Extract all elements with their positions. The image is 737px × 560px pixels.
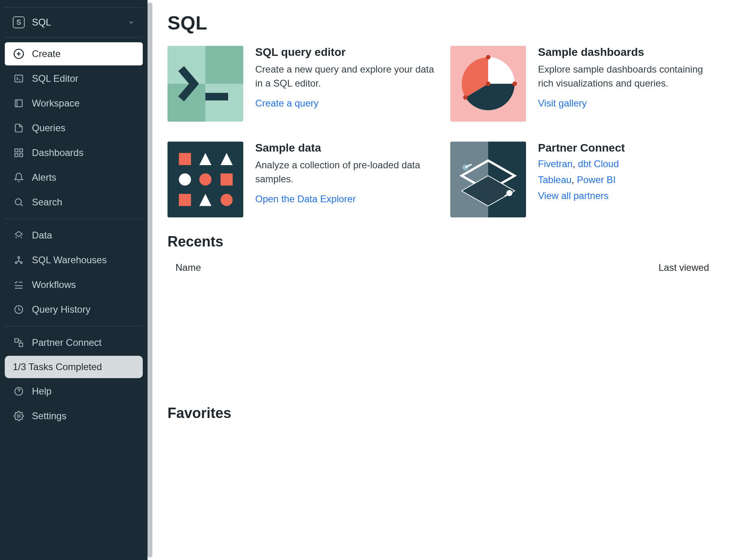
- svg-point-41: [512, 81, 517, 86]
- sidebar-item-label: Settings: [32, 410, 67, 422]
- tasks-progress-pill[interactable]: 1/3 Tasks Completed: [5, 356, 143, 378]
- create-button[interactable]: Create: [5, 42, 143, 65]
- card-title: SQL query editor: [255, 46, 434, 59]
- persona-label: SQL: [32, 17, 51, 28]
- sidebar-item-label: SQL Editor: [32, 73, 79, 84]
- svg-point-16: [15, 262, 17, 263]
- sidebar-item-dashboards[interactable]: Dashboards: [5, 141, 143, 164]
- create-query-link[interactable]: Create a query: [255, 98, 319, 108]
- svg-point-32: [18, 415, 20, 418]
- svg-point-53: [221, 194, 233, 206]
- dashboards-thumb-icon: [450, 46, 526, 122]
- svg-rect-45: [179, 153, 191, 165]
- partner-link-tableau[interactable]: Tableau: [538, 174, 571, 185]
- sidebar-item-workspace[interactable]: Workspace: [5, 92, 143, 115]
- scrollbar[interactable]: [148, 2, 152, 558]
- partner-connect-thumb-icon: [450, 142, 526, 217]
- partner-link-power-bi[interactable]: Power BI: [577, 174, 615, 185]
- sidebar-item-label: Data: [32, 230, 52, 241]
- card-sample-dashboards: Sample dashboards Explore sample dashboa…: [450, 46, 717, 122]
- data-icon: [13, 229, 25, 241]
- svg-rect-5: [15, 100, 22, 106]
- svg-point-17: [20, 262, 22, 263]
- sidebar-item-data[interactable]: Data: [5, 224, 143, 247]
- sidebar-item-queries[interactable]: Queries: [5, 116, 143, 140]
- sidebar-item-sql-editor[interactable]: SQL Editor: [5, 67, 143, 90]
- svg-rect-7: [15, 149, 18, 152]
- sample-data-thumb-icon: [168, 142, 243, 217]
- sidebar-item-query-history[interactable]: Query History: [5, 298, 143, 321]
- main-area: SQL SQL query editor Create a new query …: [148, 0, 737, 560]
- svg-rect-9: [15, 154, 18, 157]
- svg-line-21: [19, 261, 20, 262]
- svg-point-11: [15, 199, 21, 205]
- partner-link-fivetran[interactable]: Fivetran: [538, 158, 573, 169]
- sidebar-item-alerts[interactable]: Alerts: [5, 166, 143, 189]
- view-all-partners-link[interactable]: View all partners: [538, 190, 609, 201]
- sidebar-item-label: SQL Warehouses: [32, 254, 107, 266]
- recents-heading: Recents: [168, 233, 717, 250]
- svg-rect-34: [205, 46, 243, 84]
- partner-link-dbt-cloud[interactable]: dbt Cloud: [578, 158, 619, 169]
- card-title: Partner Connect: [538, 142, 717, 154]
- recents-empty: [168, 277, 717, 389]
- svg-point-18: [18, 256, 20, 258]
- sidebar-item-label: Queries: [32, 122, 65, 134]
- file-icon: [13, 122, 25, 134]
- svg-rect-3: [15, 75, 23, 82]
- favorites-heading: Favorites: [168, 405, 717, 422]
- recents-table-header: Name Last viewed: [168, 258, 717, 277]
- tasks-label: 1/3 Tasks Completed: [13, 361, 102, 373]
- card-title: Sample data: [255, 142, 434, 154]
- svg-rect-27: [19, 343, 23, 347]
- persona-badge-icon: S: [13, 16, 25, 28]
- card-desc: Explore sample dashboards containing ric…: [538, 63, 717, 91]
- gear-icon: [13, 410, 25, 422]
- checklist-icon: [13, 279, 25, 291]
- card-desc: Create a new query and explore your data…: [255, 63, 434, 91]
- sidebar-item-label: Alerts: [32, 172, 56, 183]
- col-last-viewed: Last viewed: [658, 262, 709, 273]
- sidebar-item-label: Help: [32, 386, 51, 397]
- help-icon: [13, 385, 25, 397]
- visit-gallery-link[interactable]: Visit gallery: [538, 98, 587, 108]
- bell-icon: [13, 172, 25, 183]
- sidebar-item-label: Workspace: [32, 98, 80, 109]
- sidebar-item-settings[interactable]: Settings: [5, 404, 143, 428]
- card-sql-editor: SQL query editor Create a new query and …: [168, 46, 434, 122]
- svg-marker-13: [15, 231, 22, 237]
- open-data-explorer-link[interactable]: Open the Data Explorer: [255, 193, 356, 204]
- col-name: Name: [175, 262, 201, 273]
- card-desc: Analyze a collection of pre-loaded data …: [255, 158, 434, 186]
- chevron-down-icon: [128, 19, 135, 26]
- svg-rect-26: [15, 339, 18, 342]
- sidebar-item-workflows[interactable]: Workflows: [5, 273, 143, 296]
- svg-point-43: [486, 81, 490, 86]
- sidebar-item-search[interactable]: Search: [5, 191, 143, 214]
- page-title: SQL: [168, 12, 717, 34]
- svg-rect-10: [20, 154, 23, 157]
- sidebar-item-sql-warehouses[interactable]: SQL Warehouses: [5, 248, 143, 272]
- main-content: SQL SQL query editor Create a new query …: [160, 0, 737, 560]
- folder-icon: [13, 97, 25, 109]
- sidebar-item-partner-connect[interactable]: Partner Connect: [5, 331, 143, 354]
- create-label: Create: [32, 48, 61, 59]
- svg-line-12: [21, 204, 23, 206]
- sidebar-item-help[interactable]: Help: [5, 380, 143, 403]
- svg-line-20: [17, 261, 19, 262]
- sql-editor-thumb-icon: [168, 46, 243, 122]
- svg-point-58: [462, 164, 468, 170]
- clock-icon: [13, 304, 25, 315]
- svg-rect-51: [179, 194, 191, 206]
- svg-rect-36: [205, 84, 243, 122]
- sidebar-item-label: Search: [32, 197, 62, 208]
- sidebar-item-label: Query History: [32, 304, 91, 315]
- card-title: Sample dashboards: [538, 46, 717, 59]
- svg-rect-8: [20, 149, 23, 152]
- svg-point-49: [199, 174, 211, 185]
- persona-switcher[interactable]: S SQL: [5, 11, 143, 34]
- svg-rect-50: [221, 174, 233, 185]
- terminal-icon: [13, 73, 25, 85]
- grid-icon: [13, 147, 25, 159]
- warehouse-icon: [13, 254, 25, 266]
